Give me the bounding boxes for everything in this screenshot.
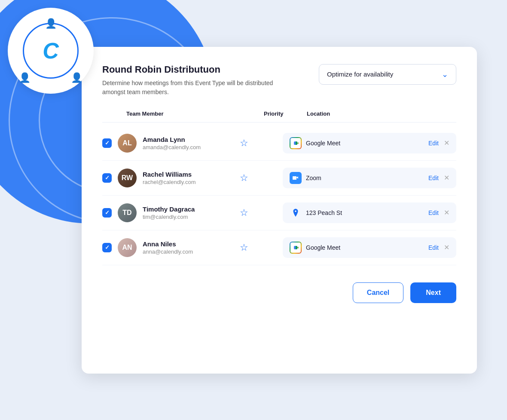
edit-location-timothy[interactable]: Edit xyxy=(428,209,439,216)
table-row: ✓ RW Rachel Williams rachel@calendly.com… xyxy=(102,161,456,196)
table-header: Team Member Priority Location xyxy=(102,110,456,123)
priority-star-timothy[interactable]: ☆ xyxy=(240,207,248,218)
avatar-amanda: AL xyxy=(118,134,137,153)
location-cell-rachel: Zoom Edit ✕ xyxy=(283,168,456,188)
google-meet-icon xyxy=(290,137,302,149)
priority-cell-timothy: ☆ xyxy=(240,208,283,218)
remove-location-amanda[interactable]: ✕ xyxy=(444,139,449,147)
logo-inner: 👤 C 👤 👤 xyxy=(23,23,79,79)
remove-location-rachel[interactable]: ✕ xyxy=(444,174,449,182)
location-actions-rachel: Edit ✕ xyxy=(428,174,449,182)
member-info-amanda: ✓ AL Amanda Lynn amanda@calendly.com xyxy=(102,134,240,153)
header-text: Round Robin Distributuon Determine how m… xyxy=(102,64,283,97)
checkmark-icon: ✓ xyxy=(105,175,110,181)
table-row: ✓ AL Amanda Lynn amanda@calendly.com ☆ xyxy=(102,126,456,161)
member-email-anna: anna@calendly.com xyxy=(143,248,193,255)
location-name-amanda: Google Meet xyxy=(306,140,340,147)
member-email-rachel: rachel@calendly.com xyxy=(143,179,196,185)
location-name-rachel: Zoom xyxy=(306,175,321,181)
avatar-timothy: TD xyxy=(118,203,137,222)
priority-cell-rachel: ☆ xyxy=(240,173,283,183)
member-checkbox-rachel[interactable]: ✓ xyxy=(102,173,112,183)
edit-location-anna[interactable]: Edit xyxy=(428,244,439,251)
edit-location-amanda[interactable]: Edit xyxy=(428,140,439,147)
col-priority: Priority xyxy=(264,110,307,117)
location-pill-rachel: Zoom Edit ✕ xyxy=(283,168,456,188)
checkmark-icon: ✓ xyxy=(105,244,110,251)
distribution-dropdown[interactable]: Optimize for availability ⌄ xyxy=(319,64,456,85)
location-pin-icon xyxy=(290,207,302,219)
members-list: ✓ AL Amanda Lynn amanda@calendly.com ☆ xyxy=(102,126,456,265)
member-info-rachel: ✓ RW Rachel Williams rachel@calendly.com xyxy=(102,169,240,187)
table-row: ✓ AN Anna Niles anna@calendly.com ☆ xyxy=(102,230,456,265)
location-cell-timothy: 123 Peach St Edit ✕ xyxy=(283,202,456,223)
location-left-anna: Google Meet xyxy=(290,242,340,254)
avatar-rachel: RW xyxy=(118,169,137,187)
next-button[interactable]: Next xyxy=(410,282,456,303)
member-details-rachel: Rachel Williams rachel@calendly.com xyxy=(143,171,196,185)
avatar-anna: AN xyxy=(118,238,137,257)
location-actions-anna: Edit ✕ xyxy=(428,243,449,251)
dialog-description: Determine how meetings from this Event T… xyxy=(102,79,283,97)
member-details-amanda: Amanda Lynn amanda@calendly.com xyxy=(143,136,201,150)
location-cell-anna: Google Meet Edit ✕ xyxy=(283,237,456,258)
member-details-timothy: Timothy Dagraca tim@calendly.com xyxy=(143,205,195,220)
priority-cell-anna: ☆ xyxy=(240,243,283,252)
cancel-button[interactable]: Cancel xyxy=(353,282,403,303)
zoom-icon xyxy=(290,172,302,184)
location-cell-amanda: Google Meet Edit ✕ xyxy=(283,133,456,153)
member-checkbox-amanda[interactable]: ✓ xyxy=(102,138,112,148)
member-checkbox-timothy[interactable]: ✓ xyxy=(102,208,112,218)
edit-location-rachel[interactable]: Edit xyxy=(428,175,439,181)
location-left-amanda: Google Meet xyxy=(290,137,340,149)
main-dialog: Round Robin Distributuon Determine how m… xyxy=(82,47,477,374)
col-location: Location xyxy=(307,110,449,117)
checkmark-icon: ✓ xyxy=(105,209,110,216)
location-name-anna: Google Meet xyxy=(306,244,340,251)
logo-box: 👤 C 👤 👤 xyxy=(8,8,94,94)
dialog-title: Round Robin Distributuon xyxy=(102,64,283,75)
member-email-amanda: amanda@calendly.com xyxy=(143,144,201,150)
location-pill-amanda: Google Meet Edit ✕ xyxy=(283,133,456,153)
logo-letter: C xyxy=(43,40,59,62)
member-name-rachel: Rachel Williams xyxy=(143,171,196,178)
priority-cell-amanda: ☆ xyxy=(240,138,283,148)
dialog-footer: Cancel Next xyxy=(102,282,456,303)
col-team-member: Team Member xyxy=(126,110,264,117)
member-info-timothy: ✓ TD Timothy Dagraca tim@calendly.com xyxy=(102,203,240,222)
location-name-timothy: 123 Peach St xyxy=(306,209,342,216)
member-email-timothy: tim@calendly.com xyxy=(143,214,195,220)
member-details-anna: Anna Niles anna@calendly.com xyxy=(143,240,193,255)
table-row: ✓ TD Timothy Dagraca tim@calendly.com ☆ … xyxy=(102,196,456,230)
checkmark-icon: ✓ xyxy=(105,140,110,146)
member-name-anna: Anna Niles xyxy=(143,240,193,248)
remove-location-timothy[interactable]: ✕ xyxy=(444,208,449,217)
location-pill-timothy: 123 Peach St Edit ✕ xyxy=(283,202,456,223)
location-pill-anna: Google Meet Edit ✕ xyxy=(283,237,456,258)
google-meet-icon xyxy=(290,242,302,254)
location-left-rachel: Zoom xyxy=(290,172,321,184)
priority-star-amanda[interactable]: ☆ xyxy=(240,138,248,148)
dialog-header: Round Robin Distributuon Determine how m… xyxy=(102,64,456,97)
member-name-timothy: Timothy Dagraca xyxy=(143,205,195,213)
member-checkbox-anna[interactable]: ✓ xyxy=(102,243,112,252)
remove-location-anna[interactable]: ✕ xyxy=(444,243,449,251)
logo-circle: 👤 C 👤 👤 xyxy=(23,23,79,79)
location-left-timothy: 123 Peach St xyxy=(290,207,342,219)
logo-person-bl-icon: 👤 xyxy=(19,72,31,83)
chevron-down-icon: ⌄ xyxy=(442,70,448,79)
member-name-amanda: Amanda Lynn xyxy=(143,136,201,143)
member-info-anna: ✓ AN Anna Niles anna@calendly.com xyxy=(102,238,240,257)
logo-person-br-icon: 👤 xyxy=(71,72,82,83)
priority-star-rachel[interactable]: ☆ xyxy=(240,172,248,183)
logo-person-top-icon: 👤 xyxy=(45,18,57,29)
priority-star-anna[interactable]: ☆ xyxy=(240,242,248,253)
dropdown-label: Optimize for availability xyxy=(327,71,393,78)
location-actions-timothy: Edit ✕ xyxy=(428,208,449,217)
location-actions-amanda: Edit ✕ xyxy=(428,139,449,147)
